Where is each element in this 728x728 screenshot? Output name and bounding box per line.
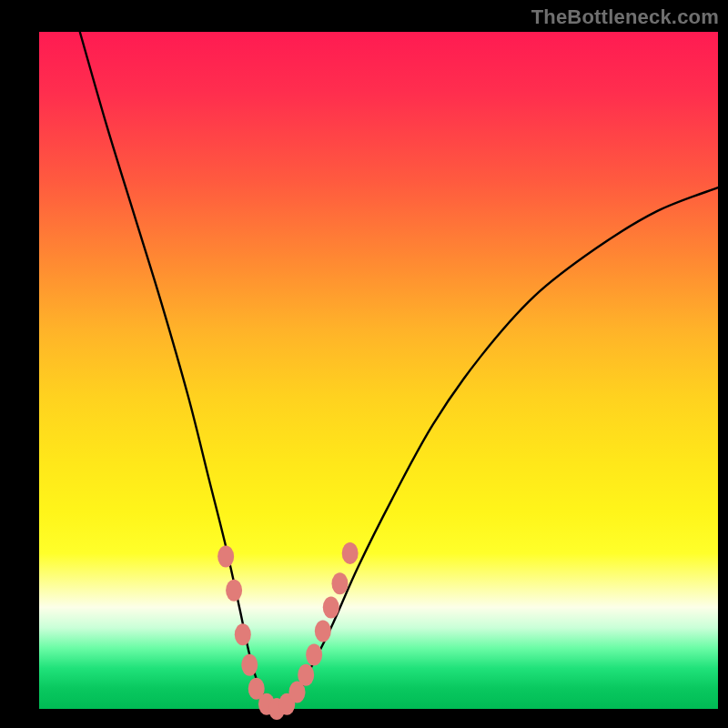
marker-point xyxy=(342,542,359,564)
marker-point xyxy=(306,643,322,665)
watermark-text: TheBottleneck.com xyxy=(531,5,719,29)
bottleneck-curve xyxy=(80,32,718,709)
chart-overlay xyxy=(39,32,718,709)
chart-frame: TheBottleneck.com xyxy=(0,0,728,728)
marker-point xyxy=(235,623,251,645)
marker-point xyxy=(298,664,314,686)
highlight-markers xyxy=(217,542,359,720)
marker-point xyxy=(241,654,258,676)
marker-point xyxy=(323,596,339,618)
marker-point xyxy=(217,546,234,568)
marker-point xyxy=(226,580,242,602)
marker-point xyxy=(315,620,331,642)
marker-point xyxy=(331,572,348,594)
